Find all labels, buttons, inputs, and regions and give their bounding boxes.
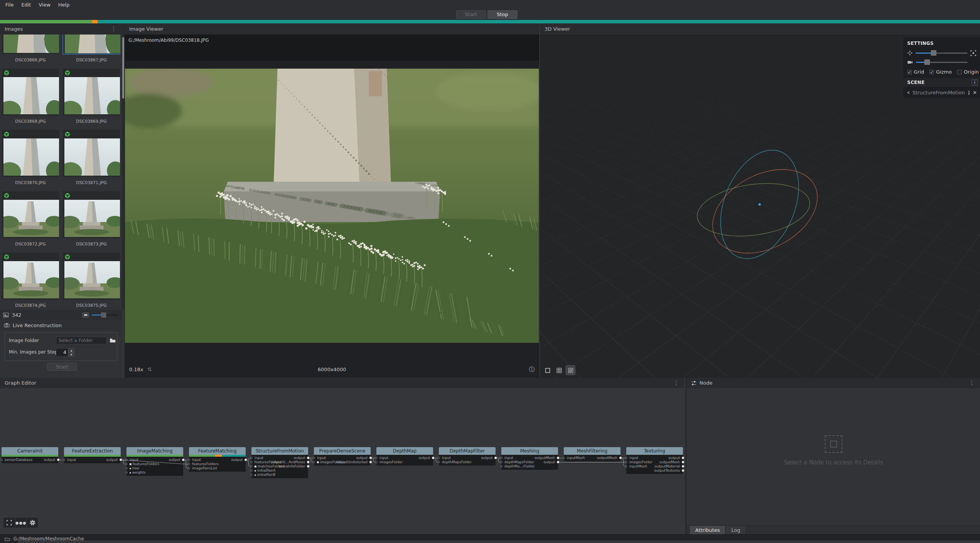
input-port-dot[interactable] xyxy=(563,457,565,459)
output-port-dot[interactable] xyxy=(307,457,309,459)
graph-node-structurefrommotion[interactable]: StructureFromMotioninputoutputfeaturesFo… xyxy=(251,447,308,478)
photo-display[interactable] xyxy=(125,69,539,343)
input-port-dot[interactable] xyxy=(375,457,378,459)
images-scrollbar-thumb[interactable] xyxy=(122,37,124,99)
image-thumbnail[interactable]: DSC03872.JPG xyxy=(1,191,60,252)
render-mode-textured-icon[interactable] xyxy=(566,366,575,375)
graph-node-featurematching[interactable]: FeatureMatchinginputoutputfeaturesFolder… xyxy=(189,447,246,472)
input-port-dot[interactable] xyxy=(63,459,65,461)
fit-graph-icon[interactable] xyxy=(3,518,15,528)
menu-file[interactable]: File xyxy=(2,0,18,10)
input-port-dot[interactable] xyxy=(500,465,502,467)
stop-button[interactable]: Stop xyxy=(488,10,517,19)
input-port-dot[interactable] xyxy=(625,461,627,463)
image-thumbnail[interactable]: DSC03875.JPG xyxy=(62,252,121,310)
input-port-dot[interactable] xyxy=(250,469,253,472)
toggle-grid[interactable]: ✓Grid xyxy=(907,69,924,75)
output-port-dot[interactable] xyxy=(619,457,622,459)
folder-browse-icon[interactable] xyxy=(109,337,116,344)
camera-scale-slider[interactable] xyxy=(916,59,967,65)
input-port-dot[interactable] xyxy=(0,459,3,461)
input-port-dot[interactable] xyxy=(500,461,502,463)
stepper-down-icon[interactable]: ▼ xyxy=(68,352,74,357)
graph-node-imagematching[interactable]: ImageMatchinginputoutputfeaturesFolderst… xyxy=(126,447,183,476)
image-thumbnail[interactable]: DSC03866.JPG xyxy=(1,35,60,68)
checkbox-icon[interactable]: ✓ xyxy=(907,70,912,74)
image-thumbnail[interactable]: DSC03871.JPG xyxy=(62,130,121,191)
menu-edit[interactable]: Edit xyxy=(18,0,35,10)
thumbnail-size-slider[interactable] xyxy=(92,313,119,318)
point-size-slider-handle[interactable] xyxy=(931,50,936,56)
checkbox-icon[interactable] xyxy=(957,70,962,74)
toggle-origin[interactable]: Origin xyxy=(957,69,978,75)
output-port-dot[interactable] xyxy=(182,459,184,461)
camera-scale-slider-handle[interactable] xyxy=(924,59,930,65)
scene-item-close-icon[interactable]: ✕ xyxy=(973,90,977,95)
graph-node-featureextraction[interactable]: FeatureExtractioninputoutput xyxy=(64,447,121,463)
render-mode-wireframe-icon[interactable] xyxy=(555,366,563,375)
image-thumbnail[interactable]: DSC03868.JPG xyxy=(1,68,60,130)
input-port-dot[interactable] xyxy=(250,474,253,476)
menu-view[interactable]: View xyxy=(35,0,54,10)
input-port-dot[interactable] xyxy=(125,459,128,461)
menu-help[interactable]: Help xyxy=(54,0,74,10)
output-port-dot[interactable] xyxy=(57,459,59,461)
frame-view-icon[interactable] xyxy=(970,50,976,56)
toggle-gizmo[interactable]: ✓Gizmo xyxy=(929,69,952,75)
scene-item-structurefrommotion[interactable]: StructureFromMotion ✕ xyxy=(903,87,980,98)
output-port-dot[interactable] xyxy=(369,457,372,459)
input-port-dot[interactable] xyxy=(438,461,440,463)
output-port-dot[interactable] xyxy=(120,459,122,461)
input-port-dot[interactable] xyxy=(250,457,253,459)
output-port-dot[interactable] xyxy=(369,461,372,463)
point-size-slider[interactable] xyxy=(916,50,967,56)
image-thumbnail[interactable]: DSC03869.JPG xyxy=(62,68,121,130)
graph-node-depthmap[interactable]: DepthMapinputoutputimagesFolder xyxy=(376,447,433,466)
graph-node-preparedensescene[interactable]: PrepareDenseSceneinputoutputimagesFolder… xyxy=(314,447,371,466)
live-reconstruction-start-button[interactable]: Start xyxy=(47,363,77,371)
node-panel-kebab-icon[interactable]: ⋮ xyxy=(968,380,975,386)
output-port-dot[interactable] xyxy=(682,465,684,467)
input-port-dot[interactable] xyxy=(438,457,440,459)
input-port-dot[interactable] xyxy=(188,467,190,469)
graph-canvas[interactable]: CameraInitsensorDatabaseoutputFeatureExt… xyxy=(0,378,685,534)
image-thumbnail[interactable]: DSC03870.JPG xyxy=(1,130,60,191)
image-info-icon[interactable]: ⓘ xyxy=(529,366,535,373)
visibility-eye-icon[interactable] xyxy=(907,90,909,95)
output-port-dot[interactable] xyxy=(494,457,497,459)
output-port-dot[interactable] xyxy=(557,457,559,459)
settings-gear-icon[interactable] xyxy=(26,518,38,528)
output-port-dot[interactable] xyxy=(682,461,684,463)
scene-info-icon[interactable]: i xyxy=(972,79,978,86)
input-port-dot[interactable] xyxy=(125,463,128,465)
tab-log[interactable]: Log xyxy=(726,525,746,534)
min-images-value[interactable]: 4 xyxy=(56,348,68,357)
image-thumbnail[interactable]: DSC03867.JPG xyxy=(62,35,121,68)
graph-node-meshfiltering[interactable]: MeshFilteringinputMeshoutputMesh xyxy=(564,447,621,461)
output-port-dot[interactable] xyxy=(307,465,309,467)
checkbox-icon[interactable]: ✓ xyxy=(929,70,934,74)
input-port-dot[interactable] xyxy=(250,465,253,467)
graph-node-meshing[interactable]: MeshinginputoutputMeshdepthMapsFolderout… xyxy=(501,447,558,470)
graph-node-depthmapfilter[interactable]: DepthMapFilterinputoutputdepthMapsFolder xyxy=(439,447,496,466)
input-port-dot[interactable] xyxy=(125,467,128,469)
output-port-dot[interactable] xyxy=(682,457,684,459)
more-options-icon[interactable]: ●●● xyxy=(15,518,26,528)
graph-node-camerainit[interactable]: CameraInitsensorDatabaseoutput xyxy=(2,447,58,463)
tab-attributes[interactable]: Attributes xyxy=(689,525,726,534)
input-port-dot[interactable] xyxy=(625,465,627,467)
render-mode-solid-icon[interactable] xyxy=(543,366,552,375)
viewport-3d[interactable]: SETTINGS xyxy=(540,35,980,378)
input-port-dot[interactable] xyxy=(375,461,378,463)
input-port-dot[interactable] xyxy=(625,457,627,459)
images-menu-kebab-icon[interactable]: ⋮ xyxy=(110,26,117,32)
input-port-dot[interactable] xyxy=(250,461,253,463)
input-port-dot[interactable] xyxy=(500,457,502,459)
stepper-up-icon[interactable]: ▲ xyxy=(68,348,74,352)
input-port-dot[interactable] xyxy=(313,461,315,463)
input-port-dot[interactable] xyxy=(125,471,128,474)
input-port-dot[interactable] xyxy=(188,463,190,465)
output-port-dot[interactable] xyxy=(682,469,684,472)
graph-node-texturing[interactable]: TexturinginputoutputimagesFolderoutputMe… xyxy=(626,447,683,474)
input-port-dot[interactable] xyxy=(313,457,315,459)
